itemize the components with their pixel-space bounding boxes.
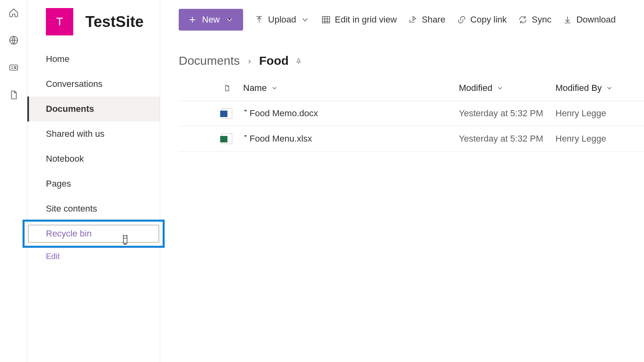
column-name-label: Name [243, 83, 267, 93]
file-modified: Yesterday at 5:32 PM [459, 108, 555, 119]
home-icon[interactable] [8, 7, 19, 19]
column-name[interactable]: Name [243, 83, 459, 93]
plus-icon [188, 16, 196, 24]
chevron-right-icon [246, 54, 253, 68]
chevron-down-icon [225, 16, 233, 24]
column-modified-by-label: Modified By [555, 83, 602, 93]
excel-file-icon [211, 134, 243, 144]
nav-edit-link[interactable]: Edit [27, 246, 160, 267]
new-button-label: New [202, 14, 220, 25]
command-bar: New Upload Edit in grid view Share Copy … [160, 0, 644, 39]
chevron-down-icon [606, 84, 613, 92]
news-icon[interactable] [8, 62, 19, 73]
svg-rect-1 [10, 65, 18, 70]
globe-icon[interactable] [8, 35, 19, 46]
file-modified-by: Henry Legge [555, 108, 644, 119]
pin-button[interactable] [295, 54, 302, 68]
sync-button[interactable]: Sync [518, 14, 551, 25]
nav-recycle-bin[interactable]: Recycle bin [24, 221, 163, 246]
site-logo[interactable]: T [46, 8, 73, 35]
breadcrumb: Documents Food [160, 39, 644, 76]
link-icon [457, 15, 466, 25]
breadcrumb-current: Food [259, 54, 289, 68]
download-icon [563, 15, 572, 25]
nav-shared-with-us[interactable]: Shared with us [27, 121, 160, 146]
upload-label: Upload [268, 14, 296, 25]
nav-pages[interactable]: Pages [27, 171, 160, 196]
new-button[interactable]: New [179, 9, 243, 31]
cursor-pointer-icon [121, 234, 130, 245]
file-name[interactable]: Food Memo.docx [250, 108, 318, 119]
share-button[interactable]: Share [408, 14, 446, 25]
file-icon[interactable] [8, 89, 19, 101]
file-row[interactable]: Food Menu.xlsx Yesterday at 5:32 PM Henr… [179, 126, 644, 152]
sync-label: Sync [532, 14, 551, 25]
app-rail [0, 0, 27, 362]
sync-icon [518, 15, 528, 25]
site-title: TestSite [85, 13, 144, 31]
column-filetype[interactable] [211, 84, 243, 92]
nav-site-contents[interactable]: Site contents [27, 196, 160, 221]
svg-rect-2 [322, 16, 330, 23]
upload-button[interactable]: Upload [254, 14, 310, 25]
download-label: Download [576, 14, 616, 25]
grid-icon [321, 15, 331, 25]
column-modified[interactable]: Modified [459, 83, 555, 93]
file-name[interactable]: Food Menu.xlsx [250, 134, 312, 144]
file-modified-by: Henry Legge [555, 134, 644, 144]
edit-grid-view-button[interactable]: Edit in grid view [321, 14, 397, 25]
site-header: T TestSite [27, 0, 160, 43]
download-button[interactable]: Download [563, 14, 616, 25]
chevron-down-icon [300, 15, 310, 25]
column-headers: Name Modified Modified By [179, 76, 644, 101]
nav-recycle-bin-label: Recycle bin [46, 228, 92, 239]
nav-home[interactable]: Home [27, 47, 160, 72]
file-modified: Yesterday at 5:32 PM [459, 134, 555, 144]
copy-link-button[interactable]: Copy link [457, 14, 507, 25]
column-modified-by[interactable]: Modified By [555, 83, 644, 93]
column-modified-label: Modified [459, 83, 492, 93]
share-icon [408, 15, 418, 25]
edit-grid-view-label: Edit in grid view [335, 14, 397, 25]
share-label: Share [422, 14, 446, 25]
chevron-down-icon [271, 84, 278, 92]
chevron-down-icon [496, 84, 504, 92]
word-file-icon [211, 108, 243, 119]
left-nav: T TestSite Home Conversations Documents … [27, 0, 160, 362]
nav-conversations[interactable]: Conversations [27, 72, 160, 97]
loading-icon [243, 108, 248, 113]
nav-documents[interactable]: Documents [27, 97, 160, 121]
upload-icon [254, 15, 264, 25]
loading-icon [243, 133, 248, 138]
quick-launch-nav: Home Conversations Documents Shared with… [27, 47, 160, 267]
main-content: New Upload Edit in grid view Share Copy … [160, 0, 644, 362]
copy-link-label: Copy link [471, 14, 507, 25]
breadcrumb-root[interactable]: Documents [179, 54, 240, 68]
document-list: Name Modified Modified By Food Memo.docx… [160, 76, 644, 152]
file-row[interactable]: Food Memo.docx Yesterday at 5:32 PM Henr… [179, 101, 644, 126]
nav-notebook[interactable]: Notebook [27, 146, 160, 171]
